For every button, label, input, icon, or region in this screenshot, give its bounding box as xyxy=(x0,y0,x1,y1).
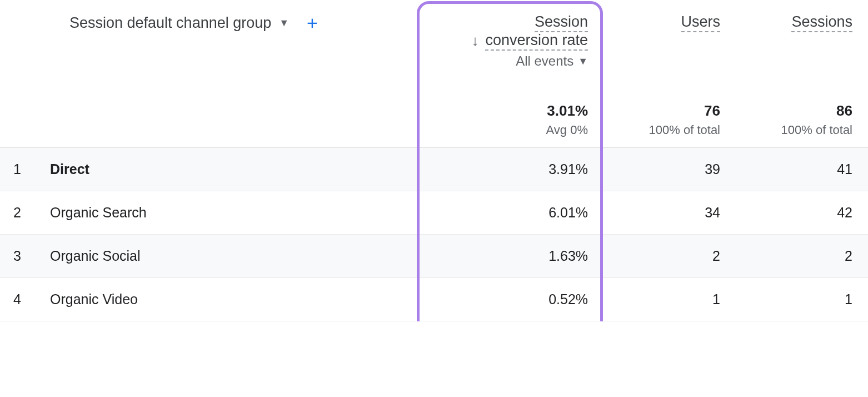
add-dimension-button[interactable]: + xyxy=(307,13,318,32)
row-sessions: 42 xyxy=(736,191,868,235)
dimension-header-cell: Session default channel group ▼ + xyxy=(0,0,403,69)
column-header-sessions[interactable]: Sessions xyxy=(736,0,868,69)
chevron-down-icon[interactable]: ▼ xyxy=(279,17,289,29)
dimension-picker[interactable]: Session default channel group xyxy=(69,14,271,32)
table-row[interactable]: 4Organic Video0.52%11 xyxy=(0,278,868,321)
row-channel: Organic Social xyxy=(50,235,403,278)
row-sessions: 41 xyxy=(736,148,868,191)
sort-descending-icon[interactable]: ↓ xyxy=(471,33,478,48)
conversion-label-line1: Session xyxy=(535,13,588,32)
row-index: 1 xyxy=(0,148,50,191)
row-index: 3 xyxy=(0,235,50,278)
table-row[interactable]: 3Organic Social1.63%22 xyxy=(0,235,868,278)
row-sessions: 2 xyxy=(736,235,868,278)
table-row[interactable]: 2Organic Search6.01%3442 xyxy=(0,191,868,235)
table-row[interactable]: 1Direct3.91%3941 xyxy=(0,148,868,191)
row-sessions: 1 xyxy=(736,278,868,321)
summary-sessions-value: 86 xyxy=(736,102,852,120)
row-conversion: 6.01% xyxy=(403,191,603,235)
row-users: 1 xyxy=(603,278,736,321)
conversion-label-line2: conversion rate xyxy=(485,32,588,51)
row-users: 34 xyxy=(603,191,736,235)
summary-conversion-value: 3.01% xyxy=(403,102,588,120)
summary-conversion-sub: Avg 0% xyxy=(403,123,588,137)
table-body: 1Direct3.91%39412Organic Search6.01%3442… xyxy=(0,148,868,321)
row-conversion: 1.63% xyxy=(403,235,603,278)
summary-users-sub: 100% of total xyxy=(603,123,720,137)
channel-table: Session default channel group ▼ + Sessio… xyxy=(0,0,868,321)
chevron-down-icon: ▼ xyxy=(578,56,588,67)
column-header-users[interactable]: Users xyxy=(603,0,736,69)
row-users: 39 xyxy=(603,148,736,191)
row-conversion: 0.52% xyxy=(403,278,603,321)
row-index: 2 xyxy=(0,191,50,235)
row-index: 4 xyxy=(0,278,50,321)
row-users: 2 xyxy=(603,235,736,278)
row-channel: Direct xyxy=(50,148,403,191)
conversion-event-filter[interactable]: All events ▼ xyxy=(516,53,588,69)
summary-users-value: 76 xyxy=(603,102,720,120)
row-conversion: 3.91% xyxy=(403,148,603,191)
summary-row: 3.01% Avg 0% 76 100% of total 86 100% of… xyxy=(0,69,868,148)
summary-sessions-sub: 100% of total xyxy=(736,123,852,137)
column-header-conversion[interactable]: Session ↓ conversion rate All events ▼ xyxy=(403,0,603,69)
row-channel: Organic Search xyxy=(50,191,403,235)
row-channel: Organic Video xyxy=(50,278,403,321)
